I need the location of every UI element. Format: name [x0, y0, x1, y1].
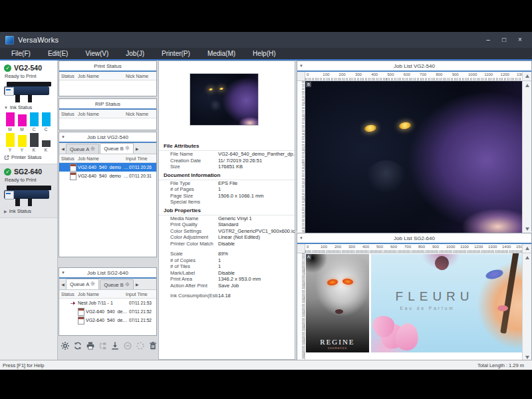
column-job-name: Job Name — [78, 292, 126, 297]
detail-value: 1506.0 x 1066.1 mm — [218, 193, 295, 199]
delete-button[interactable] — [147, 340, 158, 352]
job-list-sg2-header[interactable]: ▼ Job List SG2-640 — [59, 268, 156, 279]
regine-job-artwork[interactable]: REGINE cosmetics — [306, 254, 369, 352]
detail-value: 11/ 7/2019 20:26:51 — [218, 158, 295, 164]
stop-button[interactable] — [122, 340, 134, 352]
collapse-icon[interactable]: ▼ — [299, 64, 303, 68]
menu-edit[interactable]: Edit(E) — [39, 48, 77, 59]
menu-bar: File(F)Edit(E)View(V)Job(J)Printer(P)Med… — [0, 48, 532, 59]
processing-button[interactable] — [135, 340, 146, 352]
detail-label: Printer Color Match — [159, 241, 218, 247]
print-status-header: Print Status — [59, 61, 156, 72]
tab-queue-b[interactable]: Queue B — [100, 279, 134, 289]
tab-scroll-right[interactable]: ▶ — [134, 145, 140, 154]
tab-queue-b[interactable]: Queue B — [100, 143, 134, 154]
gear-icon[interactable] — [90, 146, 95, 152]
vertical-ruler: 100200300400500600700 — [297, 253, 305, 360]
ink-status-toggle[interactable]: ▶ Ink Status — [4, 208, 53, 214]
queue-tabs: ◀Queue AQueue B▶ — [59, 279, 156, 290]
table-row[interactable]: VG2-640_540_demo_Panthe...07/11 20:26 — [59, 163, 156, 172]
fleuru-job-artwork[interactable]: FLEURU Eau de Parfum — [371, 254, 522, 352]
printer-illustration — [4, 185, 52, 206]
scroll-up-button[interactable] — [522, 244, 531, 253]
detail-label: Media Name — [159, 215, 218, 221]
printer-card-vg2-540[interactable]: ✓ VG2-540 Ready to Print ▼ Ink Status MM… — [0, 61, 57, 164]
detail-row: Mark/LabelDisable — [159, 270, 295, 277]
ruler-label: 1400 — [502, 245, 511, 249]
window-title: VersaWorks — [18, 36, 59, 44]
ink-level-c: C — [41, 112, 51, 132]
maximize-button[interactable]: □ — [497, 34, 511, 46]
detail-value: EPS File — [218, 180, 295, 186]
printer-card-sg2-640[interactable]: ✓ SG2-640 Ready to Print ▶ Ink Status — [0, 164, 57, 218]
job-list-vg2-header[interactable]: ▼ Job List VG2-540 — [59, 132, 156, 143]
detail-row: Media NameGeneric Vinyl 1 — [159, 215, 295, 222]
detail-value: 1 — [218, 186, 295, 192]
detail-row: Printer Color MatchDisable — [159, 241, 295, 247]
ink-level-y: Y — [5, 133, 15, 152]
print-preview-canvas[interactable]: REGINE cosmetics FLEURU Eau — [305, 253, 522, 360]
detail-row: Special Items — [159, 199, 295, 205]
gear-icon[interactable] — [125, 282, 130, 288]
vertical-scrollbar[interactable] — [522, 253, 531, 360]
nest-button[interactable] — [97, 340, 108, 352]
table-row[interactable]: VG2-640_540_demo_Leaf_St...07/11 20:31 — [59, 172, 156, 180]
menu-job[interactable]: Job(J) — [117, 48, 153, 59]
ruler-label: 1200 — [501, 72, 509, 76]
total-length: Total Length : 1.29 m — [477, 362, 532, 368]
collapse-icon[interactable]: ▼ — [61, 135, 65, 139]
minimize-button[interactable]: – — [481, 34, 495, 46]
nest-job-icon — [68, 300, 78, 306]
menu-file[interactable]: File(F) — [3, 48, 39, 59]
ruler-label: 400 — [362, 245, 369, 249]
detail-label: File Type — [159, 180, 218, 186]
help-hint: Press [F1] for Help — [0, 362, 45, 368]
table-row[interactable]: VG2-640_540_demo_Eye...07/11 21:52 — [59, 307, 156, 316]
column-input-time: Input Time — [126, 292, 156, 297]
tab-scroll-right[interactable]: ▶ — [134, 281, 140, 289]
column-status: Status — [59, 156, 78, 161]
gear-icon[interactable] — [90, 281, 95, 287]
vertical-scrollbar[interactable] — [522, 81, 531, 233]
scroll-up-button[interactable] — [523, 253, 531, 261]
collapse-icon[interactable]: ▼ — [61, 271, 65, 275]
scroll-up-button[interactable] — [523, 81, 531, 89]
scroll-down-button[interactable] — [523, 353, 531, 360]
preview-vg2-header[interactable]: ▼ Job List VG2-540 — [297, 61, 531, 72]
table-row[interactable]: Nest Job 7/11 - 107/11 21:53 — [59, 299, 156, 307]
queue-page-label: B — [306, 82, 311, 87]
column-status: Status — [59, 74, 78, 78]
job-input-time: 07/11 21:52 — [129, 318, 156, 323]
tab-queue-a[interactable]: Queue A — [66, 279, 99, 289]
ink-levels: MMCCYYKK — [5, 112, 53, 152]
versaworks-logo-icon — [5, 36, 14, 45]
refresh-button[interactable] — [72, 340, 84, 352]
tab-scroll-left[interactable]: ◀ — [60, 281, 66, 289]
gear-icon[interactable] — [125, 146, 130, 152]
panther-job-artwork[interactable] — [305, 81, 522, 233]
table-row[interactable]: VG2-640_540_demo_Bea...07/11 21:52 — [59, 316, 156, 325]
detail-label: # of Tiles — [159, 263, 218, 269]
ruler-label: 300 — [348, 245, 355, 249]
tab-queue-a[interactable]: Queue A — [66, 144, 99, 154]
menu-view[interactable]: View(V) — [76, 48, 117, 59]
preview-sg2-header[interactable]: ▼ Job List SG2-640 — [297, 233, 531, 244]
settings-button[interactable] — [60, 340, 71, 352]
printer-status-link[interactable]: Printer Status — [4, 154, 53, 160]
tab-scroll-left[interactable]: ◀ — [60, 145, 66, 154]
import-button[interactable] — [110, 340, 121, 352]
scroll-down-button[interactable] — [523, 225, 531, 233]
detail-row: Scale89% — [159, 251, 295, 257]
print-preview-canvas[interactable]: B — [305, 81, 522, 233]
menu-help[interactable]: Help(H) — [244, 48, 284, 59]
print-button[interactable] — [85, 340, 96, 352]
menu-media[interactable]: Media(M) — [199, 48, 244, 59]
close-button[interactable]: × — [513, 34, 527, 46]
detail-value: Generic Vinyl 1 — [218, 215, 295, 221]
ruler-label: 900 — [452, 72, 459, 76]
menu-printer[interactable]: Printer(P) — [153, 48, 199, 59]
ink-status-toggle[interactable]: ▼ Ink Status — [4, 104, 53, 110]
preview-vg2-panel: ▼ Job List VG2-540 010020030040050060070… — [297, 61, 532, 231]
scroll-up-button[interactable] — [522, 72, 531, 80]
collapse-icon[interactable]: ▼ — [299, 236, 303, 240]
